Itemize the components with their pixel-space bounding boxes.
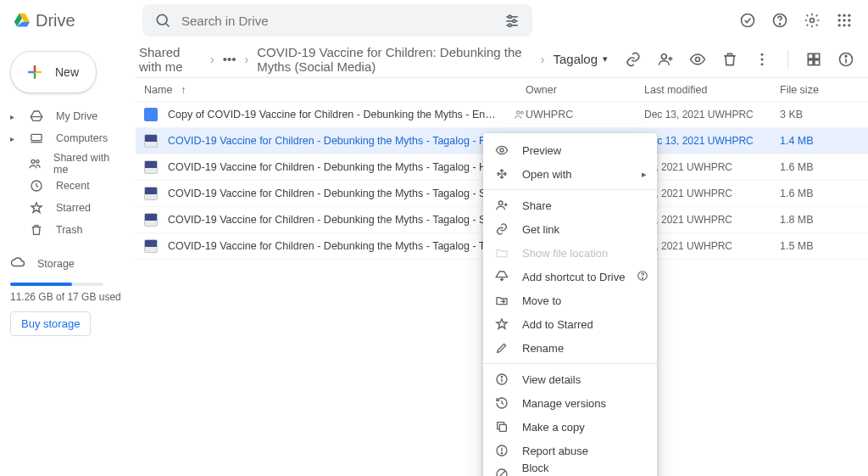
ctx-get-link[interactable]: Get link (483, 217, 657, 241)
ctx-block[interactable]: Block hprc11@gmail.com (483, 462, 657, 476)
file-size: 1.4 MB (780, 135, 854, 147)
folder-icon (495, 246, 510, 260)
computer-icon (29, 132, 44, 145)
ctx-label: Open with (522, 168, 572, 181)
crumb-current[interactable]: Tagalog ▾ (553, 52, 608, 66)
ctx-view-details[interactable]: View details (483, 367, 657, 391)
sidebar-item-label: Trash (56, 224, 83, 236)
ctx-share[interactable]: Share (483, 193, 657, 217)
help-icon[interactable] (637, 270, 648, 284)
sidebar-item-recent[interactable]: Recent (7, 175, 125, 197)
ctx-add-starred[interactable]: Add to Starred (483, 312, 657, 336)
caret-icon: ▸ (10, 112, 17, 121)
search-input[interactable] (181, 14, 493, 28)
info-icon (495, 372, 510, 386)
plus-icon (23, 60, 47, 84)
ctx-label: Move to (522, 294, 561, 307)
chevron-right-icon: › (245, 53, 249, 66)
col-name[interactable]: Name ↑ (144, 84, 526, 96)
chevron-down-icon: ▾ (603, 53, 608, 64)
svg-point-52 (643, 277, 643, 278)
ctx-label: Block hprc11@gmail.com (522, 462, 645, 476)
ctx-show-location: Show file location (483, 241, 657, 265)
svg-point-27 (761, 53, 764, 55)
buy-storage-button[interactable]: Buy storage (10, 311, 91, 336)
file-name: COVID-19 Vaccine for Children - Debunkin… (168, 135, 500, 147)
ctx-report-abuse[interactable]: Report abuse (483, 439, 657, 462)
sidebar-item-label: Starred (56, 202, 91, 214)
file-modified: 13, 2021 UWHPRC (644, 161, 780, 173)
ctx-manage-versions[interactable]: Manage versions (483, 391, 657, 415)
new-button-label: New (55, 65, 79, 79)
sidebar-item-label: Computers (56, 132, 108, 144)
ctx-add-shortcut[interactable]: Add shortcut to Drive (483, 265, 657, 288)
ctx-preview[interactable]: Preview (483, 138, 657, 162)
sidebar-item-computers[interactable]: ▸ Computers (7, 127, 125, 149)
svg-point-20 (848, 24, 850, 26)
col-owner[interactable]: Owner (526, 84, 644, 96)
search-bar[interactable] (142, 4, 532, 36)
search-options-icon[interactable] (504, 12, 520, 29)
col-modified[interactable]: Last modified (644, 84, 780, 96)
ready-offline-icon[interactable] (739, 12, 756, 29)
link-icon (495, 222, 510, 236)
svg-point-25 (661, 53, 666, 59)
ctx-make-copy[interactable]: Make a copy (483, 415, 657, 439)
shortcut-icon (495, 270, 510, 283)
ctx-label: Add shortcut to Drive (522, 271, 625, 283)
svg-point-18 (838, 24, 841, 26)
link-icon[interactable] (625, 51, 642, 68)
more-icon[interactable] (754, 51, 771, 68)
svg-point-37 (517, 111, 520, 115)
chevron-right-icon: › (541, 53, 545, 66)
svg-point-50 (498, 201, 503, 205)
column-headers: Name ↑ Owner Last modified File size (136, 78, 868, 102)
file-modified: 13, 2021 UWHPRC (644, 188, 780, 199)
svg-point-5 (513, 20, 515, 22)
trash-icon[interactable] (721, 51, 738, 68)
star-icon (29, 201, 44, 215)
ctx-rename[interactable]: Rename (483, 336, 657, 360)
image-thumb-icon (144, 134, 158, 148)
sidebar-item-shared[interactable]: Shared with me (7, 153, 125, 175)
caret-icon: ▸ (10, 134, 17, 143)
sidebar-item-starred[interactable]: Starred (7, 197, 125, 219)
ctx-label: Report abuse (522, 445, 588, 457)
svg-point-19 (843, 24, 845, 26)
eye-icon[interactable] (689, 51, 706, 68)
image-thumb-icon (144, 160, 158, 174)
ctx-open-with[interactable]: Open with▸ (483, 162, 657, 186)
crumb-root[interactable]: Shared with me (139, 45, 202, 74)
storage-label: Storage (37, 258, 75, 270)
crumb-mid[interactable]: COVID-19 Vaccine for Children: Debunking… (257, 45, 532, 74)
star-icon (495, 317, 510, 331)
svg-point-11 (810, 19, 815, 23)
svg-point-17 (848, 19, 850, 21)
file-name: COVID-19 Vaccine for Children - Debunkin… (168, 161, 500, 173)
col-size[interactable]: File size (780, 84, 854, 96)
person-add-icon[interactable] (657, 51, 674, 68)
crumb-current-label: Tagalog (553, 52, 598, 66)
apps-icon[interactable] (836, 12, 853, 29)
storage-used-text: 11.26 GB of 17 GB used (10, 291, 125, 303)
sidebar-item-my-drive[interactable]: ▸ My Drive (7, 105, 125, 127)
file-name: COVID-19 Vaccine for Children - Debunkin… (168, 214, 500, 226)
context-menu: Preview Open with▸ Share Get link Show f… (483, 133, 657, 476)
info-icon[interactable] (837, 51, 854, 68)
grid-view-icon[interactable] (805, 51, 822, 68)
drive-logo[interactable]: Drive (10, 11, 129, 31)
file-row[interactable]: Copy of COVID-19 Vaccine for Children - … (136, 102, 868, 128)
app-name: Drive (36, 11, 75, 31)
settings-icon[interactable] (804, 12, 821, 29)
sidebar-item-storage[interactable]: Storage (10, 251, 125, 276)
new-button[interactable]: New (10, 51, 97, 93)
shared-icon (514, 109, 526, 120)
svg-point-0 (157, 14, 167, 25)
help-icon[interactable] (771, 12, 788, 29)
chevron-right-icon: ▸ (642, 169, 647, 180)
svg-point-10 (779, 24, 780, 25)
sidebar-item-trash[interactable]: Trash (7, 219, 125, 241)
crumb-overflow[interactable]: ••• (223, 52, 236, 66)
svg-point-55 (501, 376, 502, 377)
ctx-move-to[interactable]: Move to (483, 288, 657, 312)
